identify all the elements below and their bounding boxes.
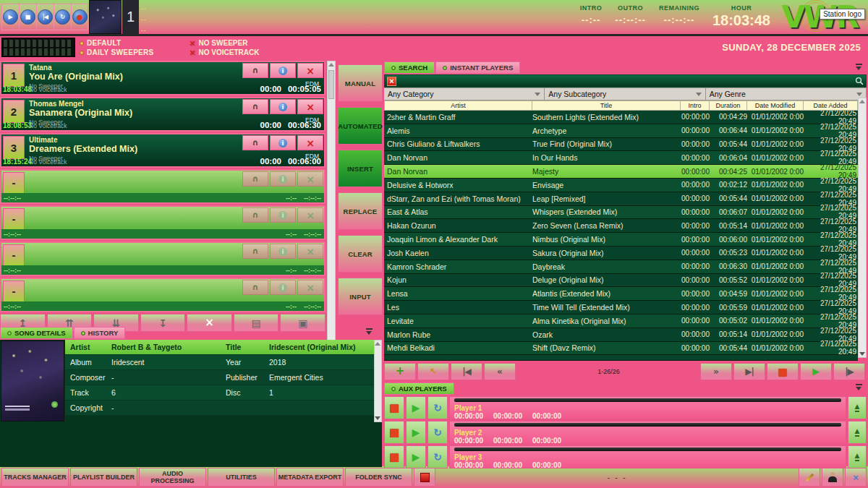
playlist-empty-slot[interactable]: - --:--:-- --:----:--:--	[0, 241, 326, 276]
search-result-row[interactable]: Marlon Rube Ozark 00:00:00 00:05:14 01/0…	[384, 328, 858, 342]
aux-progress-bar[interactable]	[454, 398, 841, 402]
aux-eject-button[interactable]	[848, 421, 867, 444]
remove-button[interactable]	[297, 244, 323, 259]
aux-stop-button[interactable]	[384, 445, 404, 468]
search-bar[interactable]: ×	[384, 74, 867, 87]
search-result-row[interactable]: Mehdi Belkadi Shift (Davz Remix) 00:00:0…	[384, 342, 858, 356]
cue-button[interactable]	[242, 99, 268, 114]
bottom-bar-button[interactable]: AUDIO PROCESSING	[139, 468, 206, 487]
aux-play-button[interactable]	[406, 396, 426, 419]
filter-dropdown[interactable]: Any Category	[384, 87, 545, 100]
column-header-date-added[interactable]: Date Added	[804, 100, 858, 111]
play-button[interactable]	[1, 4, 19, 30]
cue-button[interactable]	[242, 207, 268, 223]
loop-button[interactable]	[54, 4, 71, 30]
column-header-title[interactable]: Title	[532, 100, 681, 111]
cue-button[interactable]	[242, 171, 268, 187]
search-result-row[interactable]: Joaquin Limon & Alexander Dark Nimbus (O…	[384, 233, 858, 247]
aux-loop-button[interactable]	[427, 421, 448, 444]
first-page-button[interactable]	[451, 363, 482, 380]
search-result-row[interactable]: Delusive & Hotworx Envisage 00:00:00 00:…	[384, 179, 858, 192]
scroll-down-icon[interactable]	[859, 352, 865, 356]
aux-play-button[interactable]	[406, 445, 426, 468]
cue-button[interactable]	[242, 280, 268, 295]
collapse-panel-icon[interactable]	[856, 384, 863, 390]
info-button[interactable]	[270, 63, 296, 78]
previous-button[interactable]	[36, 4, 54, 30]
stop-all-button[interactable]	[414, 468, 435, 487]
mode-button[interactable]: MANUAL	[338, 64, 383, 102]
mode-button[interactable]: INSERT	[338, 150, 383, 187]
bottom-bar-button[interactable]: PLAYLIST BUILDER	[70, 468, 137, 487]
cue-button[interactable]	[242, 63, 268, 78]
search-result-row[interactable]: Levitate Alma Kinetika (Original Mix) 00…	[384, 314, 858, 328]
collapse-panel-icon[interactable]	[366, 328, 373, 335]
tools-button[interactable]	[845, 468, 867, 487]
play-pause-button[interactable]	[733, 363, 765, 380]
scroll-up-icon[interactable]	[375, 342, 380, 346]
search-result-row[interactable]: East & Atlas Whispers (Extended Mix) 00:…	[384, 206, 858, 220]
tab[interactable]: INSTANT PLAYERS	[435, 61, 520, 74]
search-result-row[interactable]: Lensa Atlantis (Extended Mix) 00:00:00 0…	[384, 287, 858, 301]
remove-button[interactable]	[297, 207, 323, 223]
collapse-panel-icon[interactable]	[856, 64, 863, 70]
search-result-row[interactable]: Chris Giuliano & Liftwalkers True Find (…	[384, 138, 858, 152]
tab[interactable]: SONG DETAILS	[0, 327, 73, 339]
remove-button[interactable]	[297, 135, 323, 150]
aux-loop-button[interactable]	[427, 396, 448, 419]
cue-button[interactable]	[242, 135, 268, 150]
remove-button[interactable]	[297, 280, 323, 295]
tab-aux-players[interactable]: AUX PLAYERS	[384, 382, 454, 395]
search-result-row[interactable]: Alemis Archetype 00:00:00 00:06:44 01/01…	[384, 124, 858, 138]
info-button[interactable]	[270, 207, 296, 223]
mode-button[interactable]: REPLACE	[338, 192, 383, 230]
aux-stop-button[interactable]	[384, 396, 404, 419]
aux-stop-button[interactable]	[384, 421, 404, 444]
bottom-bar-button[interactable]: TRACKS MANAGER	[1, 468, 69, 487]
aux-play-button[interactable]	[406, 421, 426, 444]
search-result-row[interactable]: Kamron Schrader Daybreak 00:00:00 00:06:…	[384, 260, 858, 274]
playlist-track[interactable]: 1 18:03:48 Tatana You Are (Original Mix)…	[0, 61, 326, 95]
aux-progress-bar[interactable]	[454, 423, 841, 427]
edit-button[interactable]	[799, 468, 820, 487]
column-header-date-modified[interactable]: Date Modified	[747, 100, 804, 111]
bottom-bar-button[interactable]: UTILITIES	[208, 468, 275, 487]
search-result-row[interactable]: dStarr, Zan and Ezi (with Tomas Moran) L…	[384, 192, 858, 206]
results-scrollbar[interactable]	[858, 98, 867, 358]
aux-progress-bar[interactable]	[454, 448, 841, 451]
add-to-playlist-button[interactable]	[384, 363, 416, 380]
cue-button[interactable]	[242, 244, 268, 259]
search-result-row[interactable]: Hakan Ozurun Zero Seven (Lensa Remix) 00…	[384, 219, 858, 233]
column-header-artist[interactable]: Artist	[384, 100, 532, 111]
filter-dropdown[interactable]: Any Subcategory	[545, 87, 705, 100]
aux-loop-button[interactable]	[427, 445, 448, 468]
clear-search-button[interactable]: ×	[387, 77, 396, 86]
search-result-row[interactable]: 2sher & Martin Graff Southern Lights (Ex…	[384, 111, 858, 124]
preview-stop-button[interactable]	[767, 363, 799, 380]
info-button[interactable]	[270, 171, 296, 187]
column-header-duration[interactable]: Duration	[710, 100, 747, 111]
scroll-thumb[interactable]	[328, 70, 334, 99]
stop-button[interactable]	[19, 4, 36, 30]
search-result-row[interactable]: Josh Kaelen Sakura (Original Mix) 00:00:…	[384, 247, 858, 260]
aux-eject-button[interactable]	[848, 396, 867, 419]
playlist-empty-slot[interactable]: - --:--:-- --:----:--:--	[0, 205, 326, 240]
info-button[interactable]	[270, 99, 296, 114]
scroll-up-icon[interactable]	[328, 63, 334, 67]
preview-play-button[interactable]	[800, 363, 832, 380]
search-result-row[interactable]: Dan Norvan Majesty 00:00:00 00:04:25 01/…	[384, 165, 858, 179]
select-button[interactable]	[417, 363, 449, 380]
search-result-row[interactable]: Kojun Deluge (Original Mix) 00:00:00 00:…	[384, 274, 858, 288]
playlist-empty-slot[interactable]: - --:--:-- --:----:--:--	[0, 278, 326, 312]
info-button[interactable]	[270, 135, 296, 150]
aux-eject-button[interactable]	[848, 445, 867, 468]
playlist-scrollbar[interactable]	[327, 61, 336, 350]
column-header-intro[interactable]: Intro	[681, 100, 710, 111]
bottom-bar-button[interactable]: FOLDER SYNC	[345, 468, 412, 487]
playlist-track[interactable]: 3 18:15:24 Ultimate Dreamers (Extended M…	[0, 133, 326, 168]
info-button[interactable]	[270, 280, 296, 295]
forward-button[interactable]	[833, 363, 865, 380]
filter-dropdown[interactable]: Any Genre	[706, 87, 867, 100]
mode-button[interactable]: AUTOMATED	[338, 107, 383, 145]
remove-button[interactable]	[297, 99, 323, 114]
